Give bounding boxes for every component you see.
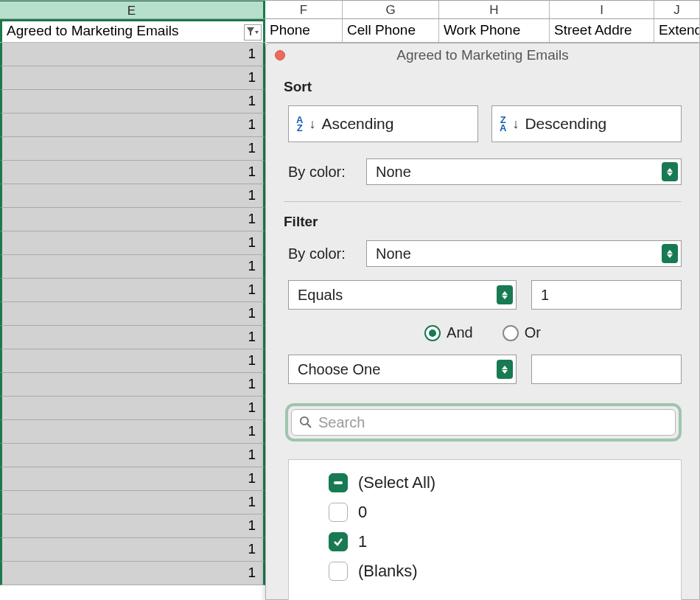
data-cell[interactable]: 1 <box>0 467 265 491</box>
radio-icon <box>503 325 519 341</box>
svg-marker-1 <box>255 31 259 34</box>
data-cell[interactable]: 1 <box>0 279 265 302</box>
filter-condition1-operator[interactable]: Equals <box>288 280 517 310</box>
data-cell[interactable]: 1 <box>0 397 265 420</box>
data-cell[interactable]: 1 <box>0 161 265 184</box>
sort-by-color-label: By color: <box>288 164 354 181</box>
filter-option[interactable]: 1 <box>329 532 681 551</box>
header-cell-E[interactable]: Agreed to Marketing Emails <box>0 19 265 42</box>
data-cell[interactable]: 1 <box>0 255 265 279</box>
search-field[interactable] <box>291 409 676 436</box>
filter-option-label: (Select All) <box>358 473 435 492</box>
header-cell-I[interactable]: Street Addre <box>550 19 654 42</box>
data-cell[interactable]: 1 <box>0 514 265 538</box>
column-header-J[interactable]: J <box>654 1 700 18</box>
data-cell[interactable]: 1 <box>0 326 265 349</box>
filter-values-list: (Select All)01(Blanks) <box>288 459 682 600</box>
filter-option-label: (Blanks) <box>358 562 418 581</box>
filter-dropdown-button[interactable] <box>244 24 262 41</box>
sort-section-label: Sort <box>284 79 682 95</box>
filter-option[interactable]: (Select All) <box>329 473 681 492</box>
chevron-updown-icon <box>662 162 678 181</box>
data-cell[interactable]: 1 <box>0 538 265 562</box>
column-header-H[interactable]: H <box>439 1 550 18</box>
filter-applied-icon <box>247 27 259 38</box>
search-input[interactable] <box>318 414 668 431</box>
svg-line-3 <box>307 424 311 428</box>
header-cell-F[interactable]: Phone <box>265 19 343 42</box>
logic-or-label: Or <box>525 324 541 341</box>
data-cell[interactable]: 1 <box>0 137 265 161</box>
arrow-down-icon: ↓ <box>512 116 519 132</box>
svg-marker-0 <box>247 27 254 35</box>
column-E-data: 11111111111111111111111 <box>0 43 265 585</box>
column-header-row: E F G H I J <box>0 0 700 19</box>
data-cell[interactable]: 1 <box>0 420 265 444</box>
sort-descending-label: Descending <box>525 115 606 133</box>
section-separator <box>284 201 682 202</box>
header-cell-G[interactable]: Cell Phone <box>343 19 439 42</box>
panel-title: Agreed to Marketing Emails <box>266 47 699 63</box>
data-cell[interactable]: 1 <box>0 184 265 208</box>
panel-titlebar: Agreed to Marketing Emails <box>266 43 699 67</box>
chevron-updown-icon <box>662 244 678 263</box>
chevron-updown-icon <box>497 285 513 304</box>
search-icon <box>299 416 312 429</box>
sort-descending-button[interactable]: ZA ↓ Descending <box>491 105 682 142</box>
sort-by-color-value: None <box>376 164 411 181</box>
filter-option-label: 1 <box>358 532 367 551</box>
column-header-F[interactable]: F <box>265 1 343 18</box>
filter-section-label: Filter <box>284 214 682 230</box>
za-icon: ZA <box>500 116 506 132</box>
close-button[interactable] <box>275 50 285 60</box>
data-cell[interactable]: 1 <box>0 231 265 255</box>
data-cell[interactable]: 1 <box>0 90 265 114</box>
svg-point-2 <box>301 417 308 425</box>
az-icon: AZ <box>296 116 303 132</box>
data-cell[interactable]: 1 <box>0 491 265 514</box>
filter-condition1-value-text: 1 <box>541 287 549 304</box>
header-cell-J[interactable]: Extend <box>654 19 700 42</box>
checkbox-mixed-icon <box>329 473 348 492</box>
header-cell-E-text: Agreed to Marketing Emails <box>7 23 178 38</box>
data-cell[interactable]: 1 <box>0 373 265 397</box>
header-cell-H[interactable]: Work Phone <box>439 19 550 42</box>
logic-or-radio[interactable]: Or <box>503 324 541 341</box>
filter-option[interactable]: 0 <box>329 503 681 522</box>
logic-and-label: And <box>447 324 473 341</box>
data-cell[interactable]: 1 <box>0 562 265 585</box>
data-cell[interactable]: 1 <box>0 444 265 467</box>
data-cell[interactable]: 1 <box>0 302 265 326</box>
filter-option-label: 0 <box>358 503 367 522</box>
filter-condition2-operator[interactable]: Choose One <box>288 355 517 384</box>
checkbox-icon <box>329 503 348 522</box>
filter-condition2-operator-value: Choose One <box>298 361 380 378</box>
search-field-wrap <box>285 403 682 442</box>
column-header-E[interactable]: E <box>0 1 265 18</box>
checkbox-icon <box>329 562 348 581</box>
column-header-G[interactable]: G <box>343 1 439 18</box>
filter-option[interactable]: (Blanks) <box>329 562 681 581</box>
filter-by-color-value: None <box>376 245 411 262</box>
filter-by-color-label: By color: <box>288 245 354 262</box>
sort-ascending-label: Ascending <box>321 115 393 133</box>
column-header-I[interactable]: I <box>550 1 654 18</box>
data-cell[interactable]: 1 <box>0 114 265 137</box>
radio-icon <box>424 325 441 341</box>
arrow-down-icon: ↓ <box>309 116 315 132</box>
sort-ascending-button[interactable]: AZ ↓ Ascending <box>288 105 478 142</box>
filter-by-color-select[interactable]: None <box>366 240 682 267</box>
checkbox-checked-icon <box>329 532 348 551</box>
data-cell[interactable]: 1 <box>0 43 265 66</box>
filter-condition1-operator-value: Equals <box>298 287 343 304</box>
data-cell[interactable]: 1 <box>0 66 265 90</box>
data-cell[interactable]: 1 <box>0 349 265 373</box>
chevron-updown-icon <box>497 360 513 379</box>
data-cell[interactable]: 1 <box>0 208 265 231</box>
logic-and-radio[interactable]: And <box>424 324 473 341</box>
filter-panel: Agreed to Marketing Emails Sort AZ ↓ Asc… <box>265 43 700 600</box>
sort-by-color-select[interactable]: None <box>366 158 682 185</box>
filter-condition1-value[interactable]: 1 <box>531 280 682 310</box>
header-cells-row: Agreed to Marketing Emails Phone Cell Ph… <box>0 19 700 43</box>
filter-condition2-value[interactable] <box>531 355 682 384</box>
